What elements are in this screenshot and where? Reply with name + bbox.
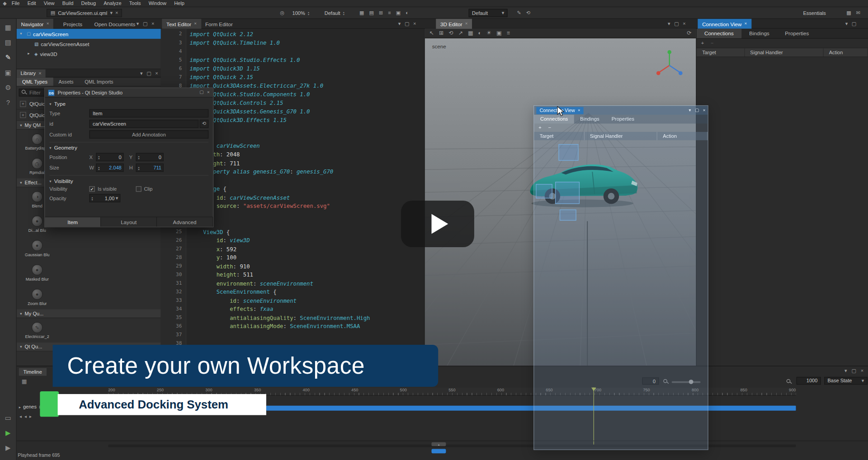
library-item-maskedblur[interactable]: ●Masked Blur bbox=[17, 260, 58, 285]
clip-checkbox[interactable] bbox=[136, 186, 141, 192]
close-icon[interactable]: × bbox=[465, 22, 468, 26]
split-view-icon[interactable]: ⊞ bbox=[379, 10, 383, 15]
close-icon[interactable]: × bbox=[115, 10, 118, 15]
menu-analyze[interactable]: Analyze bbox=[100, 0, 125, 6]
video-play-button[interactable] bbox=[401, 201, 474, 247]
navigator-item-carViewScreen[interactable]: ▾▢carViewScreen bbox=[17, 29, 161, 39]
style-control[interactable]: Default ▴▾ bbox=[325, 9, 344, 17]
preview-icon[interactable]: ▭ bbox=[5, 414, 11, 421]
close-icon[interactable]: × bbox=[47, 22, 49, 26]
zoom-control[interactable]: 100% ▴▾ bbox=[292, 9, 309, 17]
undock-icon[interactable]: ▢ bbox=[852, 21, 856, 26]
undock-icon[interactable]: ▢ bbox=[146, 70, 151, 75]
tab-library[interactable]: Library × bbox=[17, 69, 46, 77]
opacity-spinbox[interactable]: ▴▾ 1,00 ▾ bbox=[90, 194, 121, 202]
library-item-electriccar2[interactable]: ✎Electriccar_2 bbox=[17, 318, 58, 343]
navigator-item-view3D[interactable]: ▸◈view3D bbox=[17, 49, 161, 59]
chevron-down-icon[interactable]: ▾ bbox=[110, 10, 113, 15]
next-frame-icon[interactable]: ▸ bbox=[29, 414, 32, 419]
add-connection-icon[interactable]: + bbox=[701, 41, 704, 46]
navigator-item-carViewScreenAsset[interactable]: ▧carViewScreenAsset bbox=[17, 39, 161, 49]
frame-icon[interactable]: ▣ bbox=[396, 10, 401, 15]
prev-frame-icon[interactable]: ◂ bbox=[24, 414, 27, 419]
chevron-down-icon[interactable]: ▾ bbox=[398, 21, 401, 26]
panel-icon[interactable]: ▤ bbox=[369, 10, 373, 15]
expander-icon[interactable]: ▾ bbox=[20, 32, 24, 36]
select-tool-icon[interactable]: ↖ bbox=[429, 30, 434, 36]
tab-text-editor[interactable]: Text Editor × bbox=[162, 19, 201, 29]
close-icon[interactable]: × bbox=[703, 108, 706, 113]
connection-tab-bindings[interactable]: Bindings bbox=[574, 115, 605, 124]
close-icon[interactable]: × bbox=[194, 22, 197, 26]
section-visibility[interactable]: ▾ Visibility bbox=[49, 175, 208, 184]
zoom-stepper[interactable]: ▴▾ bbox=[308, 11, 309, 15]
tab-form-editor[interactable]: Form Editor bbox=[201, 19, 237, 29]
type-field[interactable]: Item bbox=[90, 109, 209, 117]
open-document-chip[interactable]: ▤ CarViewScreen.ui.qml ▾ × bbox=[47, 9, 122, 17]
light-icon[interactable]: ☀ bbox=[486, 30, 491, 36]
tab-projects[interactable]: Projects bbox=[59, 19, 87, 29]
connection-tab-connections[interactable]: Connections bbox=[534, 115, 574, 124]
scroll-thumb[interactable] bbox=[431, 449, 446, 453]
plus-icon[interactable]: + bbox=[20, 101, 26, 107]
remove-connection-icon[interactable]: − bbox=[548, 125, 551, 130]
properties-tab-item[interactable]: Item bbox=[45, 217, 101, 227]
move-tool-icon[interactable]: ⊞ bbox=[439, 30, 443, 36]
scale-tool-icon[interactable]: ↗ bbox=[458, 30, 463, 36]
connection-tab-bindings[interactable]: Bindings bbox=[741, 29, 777, 38]
library-item-zoomblur[interactable]: ●Zoom Blur bbox=[17, 285, 58, 309]
chevron-down-icon[interactable]: ▾ bbox=[116, 196, 118, 201]
close-icon[interactable]: × bbox=[155, 70, 158, 75]
close-icon[interactable]: × bbox=[413, 21, 416, 26]
menu-window[interactable]: Window bbox=[145, 0, 170, 6]
dialog-title-bar[interactable]: DS Properties - Qt Design Studio ▢ × bbox=[45, 88, 213, 98]
maximize-icon[interactable]: ▢ bbox=[199, 90, 203, 95]
chevron-down-icon[interactable]: ▾ bbox=[845, 21, 848, 26]
design-mode-icon[interactable]: ✎ bbox=[5, 54, 11, 61]
undock-icon[interactable]: ▢ bbox=[674, 21, 679, 26]
connection-tab-properties[interactable]: Properties bbox=[777, 29, 816, 38]
annotation-icon[interactable]: ✎ bbox=[517, 10, 521, 15]
connection-tab-connections[interactable]: Connections bbox=[697, 29, 741, 38]
menu-view[interactable]: View bbox=[40, 0, 58, 6]
chevron-down-icon[interactable]: ▾ bbox=[49, 146, 51, 150]
id-input[interactable]: carViewScreen bbox=[90, 120, 199, 128]
extensions-icon[interactable]: ▩ bbox=[846, 10, 851, 15]
chevron-down-icon[interactable]: ▾ bbox=[49, 102, 51, 106]
export-alias-button[interactable]: ⟲ bbox=[200, 120, 209, 128]
spin-arrows[interactable]: ▴▾ bbox=[138, 155, 139, 160]
tools-icon[interactable]: ⚙ bbox=[5, 84, 11, 91]
close-icon[interactable]: × bbox=[578, 108, 580, 113]
step-down-icon[interactable]: ▾ bbox=[98, 168, 99, 170]
remove-connection-icon[interactable]: − bbox=[711, 41, 713, 46]
timeline-settings-icon[interactable]: ▦ bbox=[22, 379, 27, 384]
plus-icon[interactable]: + bbox=[20, 112, 26, 118]
welcome-mode-icon[interactable]: ▦ bbox=[5, 24, 11, 31]
tab-navigator[interactable]: Navigator × bbox=[17, 19, 53, 29]
y-spinbox[interactable]: ▴▾ 0 bbox=[136, 153, 164, 161]
step-down-icon[interactable]: ▾ bbox=[343, 13, 344, 15]
help-icon[interactable]: ? bbox=[6, 99, 10, 106]
collapse-handle[interactable]: ▴ bbox=[431, 442, 446, 446]
chevron-down-icon[interactable]: ▾ bbox=[140, 70, 143, 75]
components-icon[interactable]: ▣ bbox=[5, 69, 11, 76]
tab-timeline[interactable]: Timeline bbox=[19, 368, 47, 376]
close-icon[interactable]: × bbox=[861, 369, 863, 374]
chevron-down-icon[interactable]: ▾ bbox=[137, 21, 139, 26]
close-icon[interactable]: × bbox=[151, 21, 154, 26]
chevron-down-icon[interactable]: ▾ bbox=[689, 108, 691, 113]
menu-edit[interactable]: Edit bbox=[24, 0, 40, 6]
spin-arrows[interactable]: ▴▾ bbox=[91, 196, 93, 201]
is-visible-checkbox[interactable]: ✓ bbox=[90, 186, 95, 192]
spin-arrows[interactable]: ▴▾ bbox=[138, 165, 139, 170]
zoom-in-icon[interactable] bbox=[787, 379, 792, 385]
menu-tools[interactable]: Tools bbox=[125, 0, 145, 6]
connection-tab-properties[interactable]: Properties bbox=[605, 115, 640, 124]
chevron-down-icon[interactable]: ▾ bbox=[49, 179, 51, 183]
menu-help[interactable]: Help bbox=[170, 0, 189, 6]
rotate-tool-icon[interactable]: ⟲ bbox=[448, 30, 453, 36]
undock-icon[interactable]: ▢ bbox=[851, 369, 856, 374]
run-icon[interactable]: ▶ bbox=[5, 430, 10, 437]
snap-grid-icon[interactable]: ▦ bbox=[468, 30, 473, 36]
properties-tab-layout[interactable]: Layout bbox=[101, 217, 157, 227]
